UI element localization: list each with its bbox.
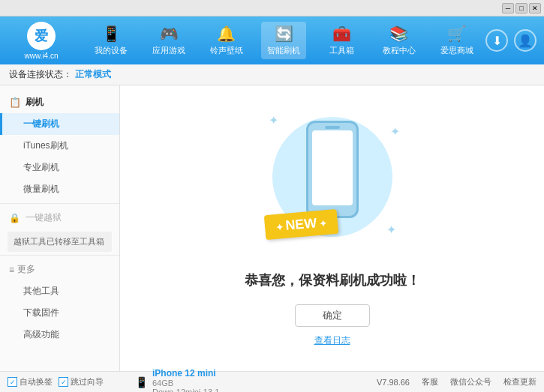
nav-right: ⬇ 👤 xyxy=(485,29,536,52)
more-icon: ≡ xyxy=(9,265,14,275)
sidebar-item-micro-flash[interactable]: 微量刷机 xyxy=(0,178,119,200)
ringtones-icon: 🔔 xyxy=(217,25,236,43)
close-button[interactable]: ✕ xyxy=(529,3,541,13)
sidebar-item-other-tools[interactable]: 其他工具 xyxy=(0,280,119,302)
nav-my-device[interactable]: 📱 我的设备 xyxy=(89,22,134,59)
bottom-right: V7.98.66 客服 微信公众号 检查更新 xyxy=(377,376,536,388)
customer-service-link[interactable]: 客服 xyxy=(422,376,438,388)
sidebar-section-flash: 📋 刷机 xyxy=(0,91,119,113)
smart-flash-label: 智能刷机 xyxy=(267,45,300,56)
illustration: ✦ ✦ ✦ NEW xyxy=(257,109,407,259)
bottom-bar: ✓ 自动换签 ✓ 跳过向导 📱 iPhone 12 mini 64GB Down… xyxy=(0,371,544,392)
auto-sign-label: 自动换签 xyxy=(20,376,53,388)
download-fw-label: 下载固件 xyxy=(23,307,59,318)
content-area: ✦ ✦ ✦ NEW 恭喜您，保资料刷机成功啦！ 确定 查看日志 xyxy=(120,85,544,371)
mall-label: 爱思商城 xyxy=(440,45,473,56)
more-title: 更多 xyxy=(17,263,35,276)
sparkle-2: ✦ xyxy=(390,124,400,139)
status-value: 正常模式 xyxy=(75,68,111,81)
jailbreak-label: 一键越狱 xyxy=(23,211,62,224)
skip-wizard-check-icon: ✓ xyxy=(59,377,68,387)
sidebar-item-itunes-flash[interactable]: iTunes刷机 xyxy=(0,135,119,157)
toolbox-label: 工具箱 xyxy=(329,45,354,56)
auto-sign-check-icon: ✓ xyxy=(8,377,17,387)
sidebar-item-advanced[interactable]: 高级功能 xyxy=(0,324,119,346)
logo-text: www.i4.cn xyxy=(24,52,58,60)
sidebar-item-pro-flash[interactable]: 专业刷机 xyxy=(0,157,119,178)
nav-toolbox[interactable]: 🧰 工具箱 xyxy=(319,22,364,59)
device-icon: 📱 xyxy=(135,376,148,388)
tutorial-icon: 📚 xyxy=(389,25,408,43)
jailbreak-note: 越狱工具已转移至工具箱 xyxy=(8,232,112,252)
toolbox-icon: 🧰 xyxy=(332,25,351,43)
flash-section-icon: 📋 xyxy=(9,97,21,108)
lock-icon: 🔒 xyxy=(9,213,20,223)
version-text: V7.98.66 xyxy=(377,378,410,387)
phone-body xyxy=(306,121,359,218)
header: 爱 www.i4.cn 📱 我的设备 🎮 应用游戏 🔔 铃声壁纸 🔄 智能刷机 … xyxy=(0,16,544,64)
logo[interactable]: 爱 www.i4.cn xyxy=(8,22,75,60)
divider-1 xyxy=(0,203,119,204)
nav-items: 📱 我的设备 🎮 应用游戏 🔔 铃声壁纸 🔄 智能刷机 🧰 工具箱 📚 教程中心… xyxy=(83,22,485,59)
phone-speaker xyxy=(325,126,340,129)
bottom-left: ✓ 自动换签 ✓ 跳过向导 xyxy=(8,376,128,388)
sparkle-3: ✦ xyxy=(386,223,396,237)
bottom-device: 📱 iPhone 12 mini 64GB Down-12mini-13,1 xyxy=(128,368,377,393)
other-tools-label: 其他工具 xyxy=(23,286,59,296)
tutorial-label: 教程中心 xyxy=(383,45,416,56)
sidebar-section-jailbreak: 🔒 一键越狱 xyxy=(0,207,119,229)
nav-tutorial[interactable]: 📚 教程中心 xyxy=(377,22,422,59)
minimize-button[interactable]: ─ xyxy=(502,3,514,13)
sidebar-item-download-fw[interactable]: 下载固件 xyxy=(0,302,119,324)
one-click-label: 一键刷机 xyxy=(23,118,59,129)
apps-games-icon: 🎮 xyxy=(160,25,179,43)
secondary-link[interactable]: 查看日志 xyxy=(314,334,350,347)
divider-2 xyxy=(0,255,119,256)
main-area: 📋 刷机 一键刷机 iTunes刷机 专业刷机 微量刷机 🔒 一键越狱 越狱工具… xyxy=(0,85,544,371)
logo-icon: 爱 xyxy=(27,22,56,50)
wechat-link[interactable]: 微信公众号 xyxy=(450,376,491,388)
ringtones-label: 铃声壁纸 xyxy=(210,45,243,56)
flash-section-title: 刷机 xyxy=(26,96,44,109)
user-button[interactable]: 👤 xyxy=(514,29,536,52)
nav-apps-games[interactable]: 🎮 应用游戏 xyxy=(146,22,191,59)
my-device-label: 我的设备 xyxy=(95,45,128,56)
skip-wizard-label: 跳过向导 xyxy=(71,376,104,388)
pro-flash-label: 专业刷机 xyxy=(23,162,59,172)
device-model: Down-12mini-13,1 xyxy=(152,388,219,393)
micro-flash-label: 微量刷机 xyxy=(23,184,59,194)
success-text: 恭喜您，保资料刷机成功啦！ xyxy=(245,271,420,289)
smart-flash-icon: 🔄 xyxy=(275,25,293,43)
sidebar-section-more: ≡ 更多 xyxy=(0,259,119,280)
status-bar: 设备连接状态： 正常模式 xyxy=(0,64,544,85)
confirm-button[interactable]: 确定 xyxy=(295,304,370,327)
check-update-link[interactable]: 检查更新 xyxy=(503,376,536,388)
status-label: 设备连接状态： xyxy=(9,68,72,81)
mall-icon: 🛒 xyxy=(447,25,466,43)
nav-mall[interactable]: 🛒 爱思商城 xyxy=(434,22,479,59)
skip-wizard-checkbox[interactable]: ✓ 跳过向导 xyxy=(59,376,104,388)
nav-ringtones[interactable]: 🔔 铃声壁纸 xyxy=(204,22,249,59)
title-bar: ─ □ ✕ xyxy=(0,0,544,16)
sparkle-1: ✦ xyxy=(269,113,278,127)
sidebar: 📋 刷机 一键刷机 iTunes刷机 专业刷机 微量刷机 🔒 一键越狱 越狱工具… xyxy=(0,85,120,371)
advanced-label: 高级功能 xyxy=(23,329,59,340)
device-storage: 64GB xyxy=(152,379,219,388)
maximize-button[interactable]: □ xyxy=(515,3,527,13)
my-device-icon: 📱 xyxy=(102,25,121,43)
itunes-flash-label: iTunes刷机 xyxy=(23,140,68,151)
apps-games-label: 应用游戏 xyxy=(152,45,185,56)
auto-sign-checkbox[interactable]: ✓ 自动换签 xyxy=(8,376,53,388)
device-name: iPhone 12 mini xyxy=(152,368,219,379)
download-button[interactable]: ⬇ xyxy=(485,29,508,52)
nav-smart-flash[interactable]: 🔄 智能刷机 xyxy=(261,22,306,59)
phone-screen xyxy=(312,130,353,205)
sidebar-item-one-click[interactable]: 一键刷机 xyxy=(0,113,119,135)
